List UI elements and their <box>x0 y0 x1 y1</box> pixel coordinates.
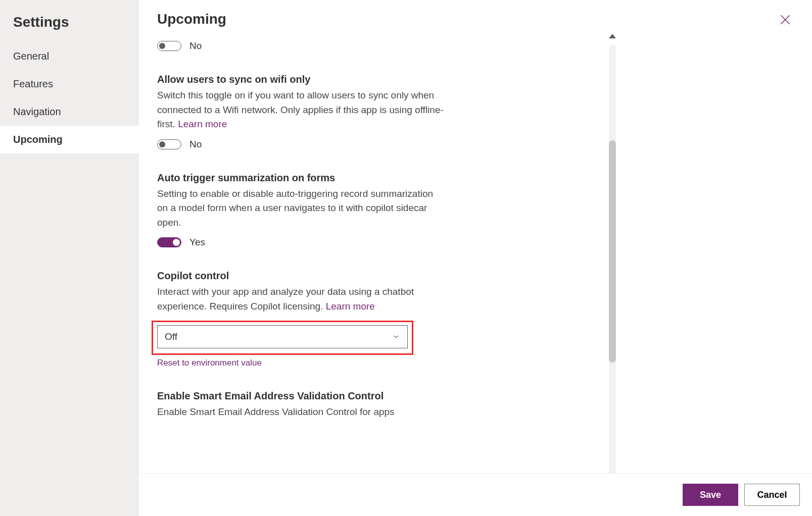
toggle-label-0: No <box>189 40 202 51</box>
save-button[interactable]: Save <box>683 484 738 506</box>
setting-title-summarization: Auto trigger summarization on forms <box>157 172 586 184</box>
chevron-down-icon <box>392 333 400 341</box>
setting-desc-copilot: Interact with your app and analyze your … <box>157 285 445 314</box>
sidebar-item-general[interactable]: General <box>0 42 139 70</box>
settings-content: No Allow users to sync on wifi only Swit… <box>139 30 604 516</box>
sidebar-item-upcoming[interactable]: Upcoming <box>0 126 139 153</box>
setting-title-email-validation: Enable Smart Email Address Validation Co… <box>157 390 586 402</box>
reset-env-link[interactable]: Reset to environment value <box>157 358 262 368</box>
learn-more-copilot[interactable]: Learn more <box>326 301 375 312</box>
learn-more-wifi[interactable]: Learn more <box>178 119 227 129</box>
triangle-up-icon <box>608 32 617 39</box>
svg-marker-2 <box>609 34 616 38</box>
setting-desc-email-validation: Enable Smart Email Address Validation Co… <box>157 405 445 420</box>
setting-desc-wifi: Switch this toggle on if you want to all… <box>157 88 445 132</box>
setting-title-wifi: Allow users to sync on wifi only <box>157 74 586 85</box>
page-title: Upcoming <box>157 11 226 27</box>
close-button[interactable] <box>777 11 794 30</box>
main-panel: Upcoming No Allow users to sync on wifi … <box>139 0 812 516</box>
close-icon <box>779 13 792 26</box>
sidebar: Settings General Features Navigation Upc… <box>0 0 139 516</box>
scroll-up-button[interactable] <box>608 31 617 42</box>
toggle-summarization[interactable] <box>157 237 181 247</box>
sidebar-item-features[interactable]: Features <box>0 70 139 98</box>
copilot-select-value: Off <box>165 331 177 342</box>
toggle-label-summarization: Yes <box>189 237 205 248</box>
copilot-select[interactable]: Off <box>157 325 408 348</box>
setting-title-copilot: Copilot control <box>157 270 586 282</box>
footer: Save Cancel <box>139 473 812 516</box>
toggle-wifi-sync[interactable] <box>157 139 181 149</box>
toggle-label-wifi: No <box>189 139 202 150</box>
highlight-box: Off <box>152 321 413 355</box>
sidebar-title: Settings <box>0 10 139 42</box>
cancel-button[interactable]: Cancel <box>744 484 800 506</box>
toggle-setting-0[interactable] <box>157 41 181 51</box>
scrollbar <box>604 30 621 516</box>
scroll-track[interactable] <box>609 44 616 499</box>
sidebar-item-navigation[interactable]: Navigation <box>0 98 139 126</box>
scroll-thumb[interactable] <box>609 140 616 363</box>
setting-desc-summarization: Setting to enable or disable auto-trigge… <box>157 187 445 230</box>
